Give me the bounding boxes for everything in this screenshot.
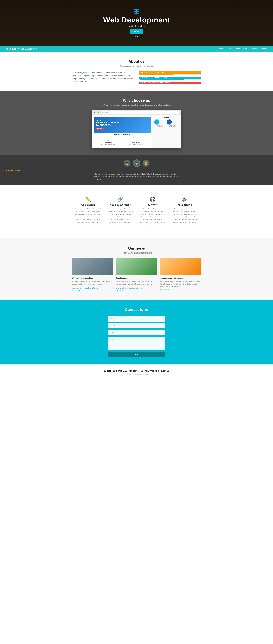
privacy-link[interactable]: Privacy Policy	[138, 374, 148, 376]
hero-dot-1[interactable]	[135, 36, 136, 38]
navbar: WEB DEVELOPMENT & ADVERTISING Home About…	[0, 46, 273, 52]
browser-hero-inner: WE WILL SHOW YOU THE WAY TO SUCCESS! Vie…	[94, 117, 151, 132]
advertising-text: Advertising is a comprehensive approach …	[172, 208, 198, 224]
about-content: We create any websites with a pleasant a…	[72, 71, 201, 86]
nav-gallery[interactable]: Gallery	[251, 48, 256, 50]
news-img-1	[72, 258, 113, 276]
advertising-icon: 🔊	[172, 196, 198, 202]
why-title: Why choose us	[6, 98, 267, 103]
browser-welcome-title: Welcome to Our Company!	[94, 134, 151, 136]
news-card-text-3: Provide a platform for the international…	[160, 280, 201, 288]
avatar-icon-1: 👨	[124, 160, 130, 166]
news-section: Our news You can always keep abreast of …	[0, 238, 273, 300]
email-input[interactable]	[108, 330, 165, 335]
news-date-3: 08 / 09 / 2016	[160, 289, 201, 290]
avatar-icon-2: 👩	[133, 160, 140, 166]
testimonial-section: 👨 👩 👴 ROBERT ADAMS "I thank the company …	[0, 155, 273, 185]
hero-section: 🌐 Web Development How to Build a Blog mo…	[0, 0, 273, 46]
news-card-3: Conference on web analytics Provide a pl…	[160, 258, 201, 292]
news-title: Our news	[6, 246, 267, 251]
browser-hero-line2: SHOW YOU THE WAY	[96, 121, 149, 124]
phone-input[interactable]	[108, 323, 165, 328]
nav-brand: WEB DEVELOPMENT & ADVERTISING	[6, 48, 39, 50]
news-date-1: 08 / 09 / 2016	[72, 290, 113, 292]
avatar-icon-3: 👴	[143, 160, 149, 166]
why-section: Why choose us We solve the problem, but …	[0, 91, 273, 155]
services-section: ✏️ WEB-DESIGN Web design - is, first of …	[0, 185, 273, 238]
news-card-link-2[interactable]: a-sd-asd. Here th- good news from us.	[116, 287, 143, 289]
services-grid: ✏️ WEB-DESIGN Web design - is, first of …	[72, 194, 201, 229]
news-img-2	[116, 258, 157, 276]
browser-right: OFFER 🌐 NETWORK SOLUTIONS 🗄 DATABASE MAN…	[152, 115, 181, 148]
support-icon: 🎧	[139, 196, 166, 202]
about-title: About us	[6, 59, 267, 64]
service-support: 🎧 SUPPORT Support is really important, s…	[137, 194, 169, 229]
name-input[interactable]	[108, 316, 165, 322]
footer-copyright: Copyright © | 2015 Privacy Policy	[6, 374, 267, 376]
browser-left: WE WILL SHOW YOU THE WAY TO SUCCESS! Vie…	[92, 115, 152, 148]
browser-bar: IT Company	[92, 110, 181, 115]
service-webdev: 🔗 WEB DEVELOPMENT Every user like a pote…	[104, 194, 137, 229]
news-date-2: 08 / 09 / 2016	[116, 290, 157, 292]
news-card-title-3: Conference on web analytics	[160, 277, 201, 279]
about-text: We create any websites with a pleasant a…	[72, 71, 134, 86]
news-card-1: Web-design master class In a week cool m…	[72, 258, 113, 292]
webdesign-text: Web design - is, first of all, the art o…	[75, 208, 101, 226]
bar-label-1: 54% CURRENT PROJECT CAPACITY	[139, 71, 201, 74]
webdev-icon: 🔗	[107, 196, 134, 202]
avatar-3[interactable]: 👴	[142, 160, 150, 167]
service-advertising: 🔊 ADVERTISING Advertising is a comprehen…	[169, 194, 201, 229]
offer-label-2: DATABASE MANAGEMENT	[167, 125, 179, 127]
browser-offer-icons: 🌐 NETWORK SOLUTIONS 🗄 DATABASE MANAGEMEN…	[154, 119, 179, 127]
about-section: About us Developing and promoting your w…	[0, 52, 273, 91]
about-bars: 54% CURRENT PROJECT CAPACITY 73% NEW BUS…	[139, 71, 201, 86]
service-webdesign: ✏️ WEB-DESIGN Web design - is, first of …	[72, 194, 104, 229]
news-card-text-2: Our company has signed a contract with o…	[116, 280, 157, 285]
testimonial-avatars: 👨 👩 👴	[6, 160, 267, 167]
footer: WEB DEVELOPMENT & ADVERTISING Copyright …	[0, 364, 273, 380]
mission-icon: ✚	[95, 140, 122, 142]
nav-home[interactable]: Home	[218, 48, 223, 50]
contact-section: Contact form SEND	[0, 300, 273, 364]
webdev-text: Every user like a potential buyer or par…	[107, 208, 134, 226]
advertising-title: ADVERTISING	[172, 204, 198, 206]
news-card-title-1: Web-design master class	[72, 277, 113, 279]
message-input[interactable]	[108, 337, 165, 350]
browser-content: WE WILL SHOW YOU THE WAY TO SUCCESS! Vie…	[92, 115, 181, 148]
webdev-title: WEB DEVELOPMENT	[107, 204, 134, 206]
browser-mission-block: ✚ Our Mission Lorem ipsum dolor sit amet…	[95, 140, 122, 145]
news-card-link-1[interactable]: a-sd-asd. Here th- good news from us.	[72, 287, 99, 289]
browser-offer-title: OFFER	[154, 117, 179, 118]
mission-title: Our Mission	[95, 142, 122, 143]
nav-contacts[interactable]: Contacts	[260, 48, 267, 50]
offer-item-2: 🗄 DATABASE MANAGEMENT	[167, 119, 179, 127]
browser-cta[interactable]: View More	[96, 128, 104, 130]
database-icon: 🗄	[167, 119, 172, 124]
websites-link[interactable]: websites	[84, 72, 90, 74]
course-text: Lorem ipsum dolor sit amet.	[123, 144, 149, 145]
avatar-1[interactable]: 👨	[123, 160, 131, 167]
browser-mockup: IT Company WE WILL SHOW YOU THE WAY TO S…	[92, 110, 181, 148]
nav-pages[interactable]: Pages	[235, 48, 240, 50]
webdesign-title: WEB-DESIGN	[75, 204, 101, 206]
news-card-text-1: In a week cool master class on web desig…	[72, 280, 113, 285]
nav-about[interactable]: About	[226, 48, 231, 50]
webdesign-icon: ✏️	[75, 196, 101, 202]
news-card-2: Small success Our company has signed a c…	[116, 258, 157, 292]
testimonial-name: ROBERT ADAMS	[6, 170, 267, 172]
offer-label-1: NETWORK SOLUTIONS	[154, 125, 165, 127]
footer-title: WEB DEVELOPMENT & ADVERTISING	[6, 369, 267, 372]
hero-dot-2[interactable]	[137, 36, 138, 38]
nav-blog[interactable]: Blog	[243, 48, 247, 50]
course-icon: ⏱	[123, 140, 149, 142]
avatar-2[interactable]: 👩	[133, 160, 140, 167]
send-button[interactable]: SEND	[108, 352, 165, 357]
contact-title: Contact form	[6, 308, 267, 312]
browser-mission: ✚ Our Mission Lorem ipsum dolor sit amet…	[94, 138, 151, 146]
bar-item-2: 73% NEW BUSINESS FROM REFERRALS	[139, 76, 201, 80]
news-img-3	[160, 258, 201, 276]
hero-title: Web Development	[103, 16, 170, 24]
news-card-title-2: Small success	[116, 277, 157, 279]
more-info-button[interactable]: more info	[130, 30, 143, 34]
news-grid: Web-design master class In a week cool m…	[72, 258, 201, 292]
